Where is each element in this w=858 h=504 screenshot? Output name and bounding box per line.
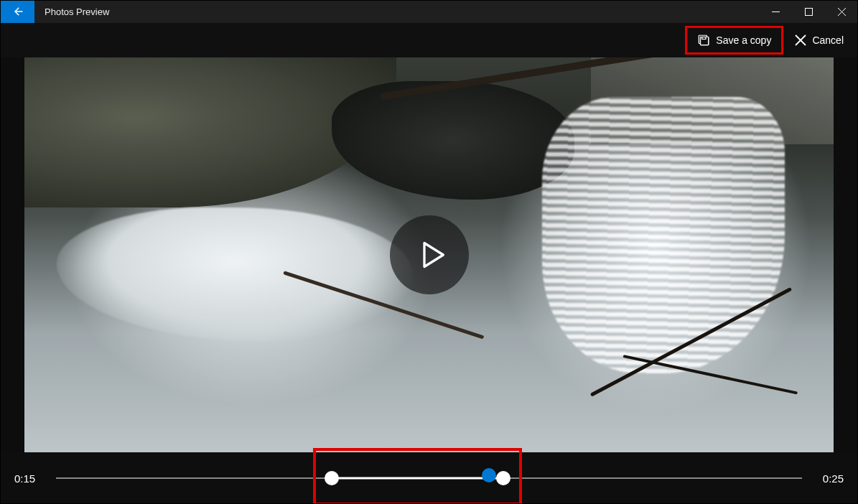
trim-end-time: 0:25	[815, 472, 844, 485]
titlebar: Photos Preview	[0, 0, 858, 23]
editor-toolbar: Save a copy Cancel	[0, 23, 858, 57]
minimize-icon	[772, 8, 780, 16]
save-icon	[697, 34, 710, 47]
trim-bar: 0:15 0:25	[0, 452, 858, 504]
play-button[interactable]	[390, 215, 469, 294]
trim-selected-range	[332, 477, 503, 480]
svg-rect-2	[805, 8, 812, 15]
minimize-button[interactable]	[759, 0, 792, 23]
video-stage	[0, 57, 858, 452]
titlebar-drag-region[interactable]	[109, 0, 759, 23]
close-icon	[838, 8, 846, 16]
trim-start-time: 0:15	[14, 472, 43, 485]
trim-track[interactable]	[56, 464, 802, 493]
window-controls	[759, 0, 858, 23]
app-title: Photos Preview	[34, 0, 109, 23]
playhead-handle[interactable]	[482, 468, 496, 482]
cancel-button[interactable]: Cancel	[786, 30, 852, 50]
play-icon	[416, 239, 448, 271]
trim-end-handle[interactable]	[496, 471, 510, 485]
svg-marker-11	[424, 243, 443, 267]
save-copy-label: Save a copy	[716, 34, 771, 46]
cancel-label: Cancel	[812, 34, 844, 46]
save-copy-button[interactable]: Save a copy	[685, 26, 783, 55]
maximize-icon	[805, 8, 813, 16]
close-window-button[interactable]	[825, 0, 858, 23]
back-button[interactable]	[0, 0, 34, 23]
app-window: Photos Preview Save a copy	[0, 0, 858, 504]
maximize-button[interactable]	[792, 0, 825, 23]
trim-start-handle[interactable]	[325, 471, 339, 485]
cancel-x-icon	[795, 34, 806, 46]
arrow-left-icon	[11, 5, 24, 18]
